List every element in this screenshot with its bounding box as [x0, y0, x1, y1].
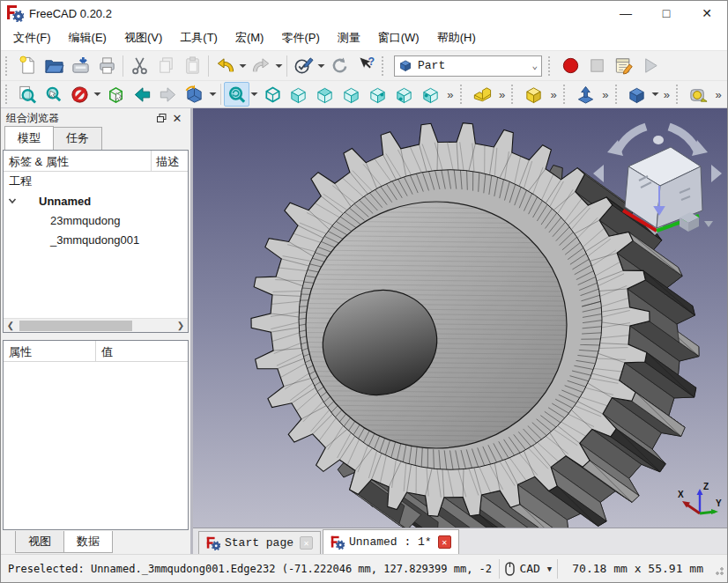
menu-window[interactable]: 窗口(W) — [369, 26, 428, 49]
float-panel-icon[interactable] — [153, 111, 169, 125]
toolbar-overflow-icon[interactable]: » — [711, 82, 725, 107]
close-button[interactable]: ✕ — [687, 1, 727, 26]
redo-button[interactable] — [248, 54, 274, 78]
toolbar-file: ?Part⌄ — [1, 50, 727, 80]
toolbar-overflow-icon[interactable]: » — [660, 82, 674, 107]
macro-edit-button[interactable] — [610, 54, 636, 78]
macro-record-button[interactable] — [557, 54, 583, 78]
zoom-rotate-dropdown-icon[interactable] — [249, 82, 259, 107]
view-right-button[interactable] — [338, 82, 365, 107]
paste-button[interactable] — [179, 54, 205, 78]
fit-selection-button[interactable] — [41, 82, 67, 107]
scrollbar-thumb[interactable] — [19, 321, 132, 331]
tab-data-props[interactable]: 数据 — [63, 531, 113, 553]
menu-file[interactable]: 文件(F) — [4, 26, 60, 49]
resize-grip[interactable] — [712, 564, 724, 576]
new-file-button[interactable] — [14, 54, 41, 78]
part-boolean-dropdown-icon[interactable] — [650, 82, 660, 107]
fit-all-button[interactable] — [14, 82, 41, 107]
undo-dropdown-icon[interactable] — [238, 54, 248, 78]
zoom-rotate-button[interactable] — [224, 82, 250, 107]
view-rear-button[interactable] — [364, 82, 390, 107]
draw-style-dropdown-icon[interactable] — [93, 82, 102, 107]
tab-model[interactable]: 模型 — [4, 126, 54, 150]
minimize-button[interactable]: — — [605, 1, 646, 26]
view-isometric-button[interactable] — [182, 82, 208, 107]
rotate-left-icon[interactable] — [618, 127, 646, 151]
workbench-validate-dropdown-icon[interactable] — [316, 54, 326, 78]
redo-dropdown-icon[interactable] — [274, 54, 284, 78]
chevron-down-icon[interactable] — [8, 196, 19, 205]
part-extrude-button[interactable] — [572, 82, 598, 107]
tree-item-3mmqudong001[interactable]: _3mmqudong001 — [4, 230, 188, 249]
scroll-right-icon[interactable]: ❯ — [174, 319, 188, 333]
navigation-cube[interactable] — [591, 115, 724, 237]
tab-unnamed[interactable]: Unnamed : 1*✕ — [323, 529, 459, 554]
maximize-button[interactable]: □ — [646, 1, 687, 26]
menu-macro[interactable]: 宏(M) — [227, 26, 273, 49]
toolbar-handle[interactable] — [511, 85, 517, 104]
toolbar-overflow-icon[interactable]: » — [443, 82, 457, 107]
tab-tasks[interactable]: 任务 — [53, 127, 102, 150]
pan-left-icon[interactable] — [593, 165, 604, 182]
bounding-box-button[interactable] — [102, 82, 129, 107]
tab-close-icon[interactable]: ✕ — [438, 535, 451, 549]
nav-forward-button[interactable] — [155, 82, 182, 107]
workbench-selector[interactable]: Part⌄ — [394, 55, 542, 77]
tab-close-icon[interactable]: ✕ — [300, 536, 313, 550]
toolbar-handle[interactable] — [676, 85, 682, 104]
status-message: Preselected: Unnamed._3mmqudong001.Edge2… — [1, 563, 494, 575]
view-top-button[interactable] — [312, 82, 338, 107]
cut-button[interactable] — [126, 54, 152, 78]
toolbar-overflow-icon[interactable]: » — [546, 82, 561, 107]
toolbar-overflow-icon[interactable]: » — [598, 82, 613, 107]
copy-button[interactable] — [152, 54, 179, 78]
part-primitive-box-button[interactable] — [520, 82, 546, 107]
nav-style-selector[interactable]: CAD ▼ — [505, 562, 552, 576]
open-file-button[interactable] — [41, 54, 67, 78]
menu-tools[interactable]: 工具(T) — [171, 26, 227, 49]
scroll-left-icon[interactable]: ❮ — [4, 319, 18, 333]
menu-edit[interactable]: 编辑(E) — [60, 26, 115, 49]
tab-view-props[interactable]: 视图 — [15, 531, 64, 553]
part-shape-button[interactable] — [469, 82, 495, 107]
toolbar-overflow-icon[interactable]: » — [495, 82, 509, 107]
rotate-right-icon[interactable] — [669, 127, 697, 151]
tree-item-23mmqudong[interactable]: 23mmqudong — [4, 210, 188, 230]
menu-part[interactable]: 零件(P) — [272, 26, 328, 49]
tree-item-unnamed[interactable]: Unnamed — [4, 191, 188, 210]
draw-style-button[interactable] — [67, 82, 93, 107]
whats-this-button[interactable]: ? — [353, 54, 379, 78]
view-left-button[interactable] — [417, 82, 443, 107]
macro-run-button[interactable] — [636, 54, 663, 78]
view-bottom-button[interactable] — [390, 82, 417, 107]
workbench-validate-button[interactable] — [290, 54, 316, 78]
save-file-button[interactable] — [67, 54, 93, 78]
measure-tape-button[interactable] — [685, 82, 711, 107]
toolbar-handle[interactable] — [5, 56, 11, 76]
nav-menu-dropdown-icon — [704, 221, 713, 227]
toolbar-handle[interactable] — [5, 85, 11, 104]
menu-help[interactable]: 帮助(H) — [428, 26, 485, 49]
nav-back-button[interactable] — [129, 82, 155, 107]
menu-measure[interactable]: 测量 — [329, 26, 369, 49]
view-axonometric-button[interactable] — [259, 82, 286, 107]
toolbar-handle[interactable] — [615, 85, 621, 104]
close-panel-icon[interactable]: ✕ — [169, 111, 185, 125]
toolbar-handle[interactable] — [460, 85, 466, 104]
view-isometric-dropdown-icon[interactable] — [208, 82, 218, 107]
undo-button[interactable] — [212, 54, 238, 78]
refresh-button[interactable] — [326, 54, 353, 78]
view-front-button[interactable] — [286, 82, 312, 107]
toolbar-handle[interactable] — [563, 85, 569, 104]
macro-stop-button[interactable] — [583, 54, 610, 78]
print-button[interactable] — [93, 54, 120, 78]
pan-right-icon[interactable] — [711, 165, 722, 182]
workbench-value: Part — [418, 59, 531, 72]
toolbar-handle[interactable] — [548, 56, 554, 76]
menu-view[interactable]: 视图(V) — [115, 26, 171, 49]
tab-start-page[interactable]: Start page✕ — [198, 531, 321, 554]
3d-viewport[interactable]: X Z Y — [193, 108, 727, 528]
part-boolean-button[interactable] — [624, 82, 650, 107]
toolbar-handle[interactable] — [382, 56, 388, 76]
